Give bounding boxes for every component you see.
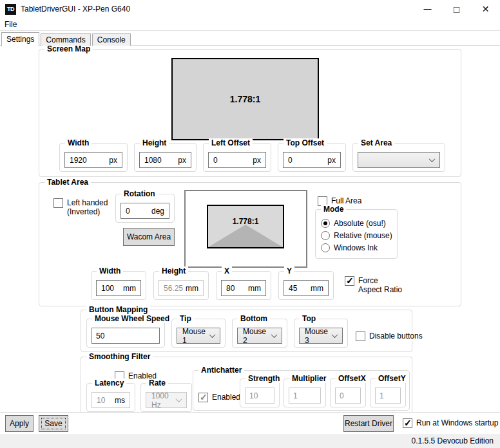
tablet-x-input[interactable]	[226, 284, 248, 293]
groupbox-antichatter: Antichatter Enabled Strength Multiplier …	[193, 370, 410, 411]
tablet-y-field: Y mm	[278, 271, 334, 300]
rotation-field: Rotation deg	[115, 194, 175, 223]
mode-radio-absolute[interactable]: Absolute (osu!)	[321, 219, 397, 228]
tip-dropdown[interactable]: Mouse 1	[177, 328, 220, 344]
tablet-y-unit: mm	[311, 284, 323, 293]
screen-height-label: Height	[140, 138, 169, 147]
tablet-y-input[interactable]	[289, 284, 311, 293]
screen-width-field: Width px	[59, 143, 128, 172]
screen-width-label: Width	[65, 138, 91, 147]
top-label: Top	[300, 314, 318, 323]
restart-driver-button[interactable]: Restart Driver	[343, 415, 394, 432]
disable-buttons-checkbox-box	[356, 331, 365, 341]
minimize-icon: —	[424, 5, 432, 14]
tablet-area-rect[interactable]: 1.778:1	[207, 205, 284, 248]
tab-commands[interactable]: Commands	[41, 33, 90, 46]
tablet-height-field: Height mm	[153, 271, 209, 300]
left-offset-input[interactable]	[213, 156, 253, 165]
version-label: 0.1.5.5 Devocub Edition	[412, 436, 494, 445]
bottom-value: Mouse 2	[243, 327, 272, 345]
tablet-display: 1.778:1	[184, 190, 307, 268]
top-field: Top Mouse 3	[294, 319, 348, 348]
chevron-down-icon	[271, 331, 278, 338]
offsety-field: OffsetY	[370, 378, 406, 407]
tablet-x-label: X	[222, 266, 232, 275]
left-offset-field: Left Offset px	[203, 143, 271, 172]
chevron-down-icon	[332, 331, 338, 338]
disable-buttons-checkbox[interactable]: Disable buttons	[356, 331, 423, 348]
screen-height-field: Height px	[134, 143, 197, 172]
antichatter-enabled-checkbox-box	[198, 393, 208, 402]
apply-button[interactable]: Apply	[5, 415, 34, 432]
screen-width-input[interactable]	[70, 156, 109, 165]
set-area-dropdown[interactable]	[358, 152, 440, 168]
offsety-input	[375, 387, 401, 404]
tablet-aspect-ratio-label: 1.778:1	[208, 217, 283, 226]
app-window: TD TabletDriverGUI - XP-Pen G640 — □ ✕ F…	[0, 0, 500, 448]
close-icon: ✕	[482, 4, 490, 14]
wacom-area-button[interactable]: Wacom Area	[123, 228, 175, 246]
status-bar: 0.1.5.5 Devocub Edition	[0, 434, 500, 448]
tip-value: Mouse 1	[182, 327, 210, 345]
tab-console[interactable]: Console	[92, 33, 131, 46]
menu-item-file[interactable]: File	[0, 18, 21, 30]
button-mapping-label: Button Mapping	[86, 305, 150, 314]
top-offset-unit: px	[327, 156, 336, 165]
chevron-down-icon	[176, 396, 182, 402]
groupbox-mode: Mode Absolute (osu!) Relative (mouse) Wi…	[315, 209, 398, 259]
tab-settings[interactable]: Settings	[1, 32, 39, 46]
tab-strip: Settings Commands Console	[0, 32, 500, 46]
rotation-unit: deg	[151, 207, 164, 216]
rate-label: Rate	[146, 378, 168, 387]
screen-map-display[interactable]: 1.778:1	[171, 58, 319, 140]
radio-circle	[321, 231, 330, 240]
force-aspect-ratio-label: Force Aspect Ratio	[358, 276, 403, 294]
run-at-startup-checkbox[interactable]: Run at Windows startup	[403, 418, 498, 428]
rotation-input[interactable]	[126, 207, 151, 216]
screen-width-unit: px	[109, 156, 117, 165]
rotation-label: Rotation	[121, 189, 158, 198]
chevron-down-icon	[209, 331, 216, 338]
screen-height-input[interactable]	[144, 156, 178, 165]
close-button[interactable]: ✕	[471, 0, 500, 18]
mode-radio-relative[interactable]: Relative (mouse)	[321, 231, 397, 240]
latency-input	[97, 396, 115, 405]
left-offset-unit: px	[253, 156, 261, 165]
run-at-startup-checkbox-box	[403, 418, 412, 428]
bottom-dropdown[interactable]: Mouse 2	[237, 328, 282, 344]
tablet-height-input	[164, 284, 186, 293]
save-button[interactable]: Save	[39, 415, 68, 432]
groupbox-tablet-area: Tablet Area Left handed (Inverted) Rotat…	[39, 182, 461, 306]
antichatter-enabled-checkbox[interactable]: Enabled	[198, 393, 240, 402]
smoothing-filter-label: Smoothing Filter	[86, 352, 153, 361]
tablet-width-field: Width mm	[91, 271, 146, 300]
latency-label: Latency	[92, 378, 126, 387]
force-aspect-ratio-checkbox-box	[345, 276, 354, 286]
minimize-button[interactable]: —	[413, 0, 442, 18]
top-offset-input[interactable]	[288, 156, 327, 165]
tablet-width-unit: mm	[123, 284, 136, 293]
title-bar: TD TabletDriverGUI - XP-Pen G640 — □ ✕	[0, 0, 500, 18]
rate-value: 1000 Hz	[151, 391, 177, 409]
top-dropdown[interactable]: Mouse 3	[299, 328, 343, 344]
tablet-width-label: Width	[97, 266, 123, 275]
mode-radio-windows-ink[interactable]: Windows Ink	[321, 243, 397, 252]
tablet-width-input[interactable]	[101, 284, 123, 293]
tip-label: Tip	[177, 314, 194, 323]
radio-circle	[321, 219, 330, 228]
groupbox-smoothing-filter: Smoothing Filter Enabled Latency ms Rate…	[81, 357, 412, 415]
bottom-label: Bottom	[238, 314, 270, 323]
mouse-wheel-speed-input[interactable]	[91, 328, 160, 344]
set-area-field: Set Area	[352, 143, 445, 172]
latency-unit: ms	[115, 396, 125, 405]
groupbox-button-mapping: Button Mapping Mouse Wheel Speed Tip Mou…	[81, 310, 412, 352]
groupbox-screen-map: Screen Map 1.778:1 Width px Height px Le…	[39, 49, 461, 177]
full-area-checkbox-label: Full Area	[331, 196, 361, 205]
maximize-button[interactable]: □	[442, 0, 471, 18]
force-aspect-ratio-checkbox[interactable]: Force Aspect Ratio	[345, 276, 403, 300]
latency-field: Latency ms	[86, 383, 135, 412]
multiplier-label: Multiplier	[289, 374, 329, 383]
antichatter-enabled-label: Enabled	[212, 393, 240, 402]
tablet-x-field: X mm	[216, 271, 271, 300]
rotation-indicator-triangle	[208, 225, 283, 247]
